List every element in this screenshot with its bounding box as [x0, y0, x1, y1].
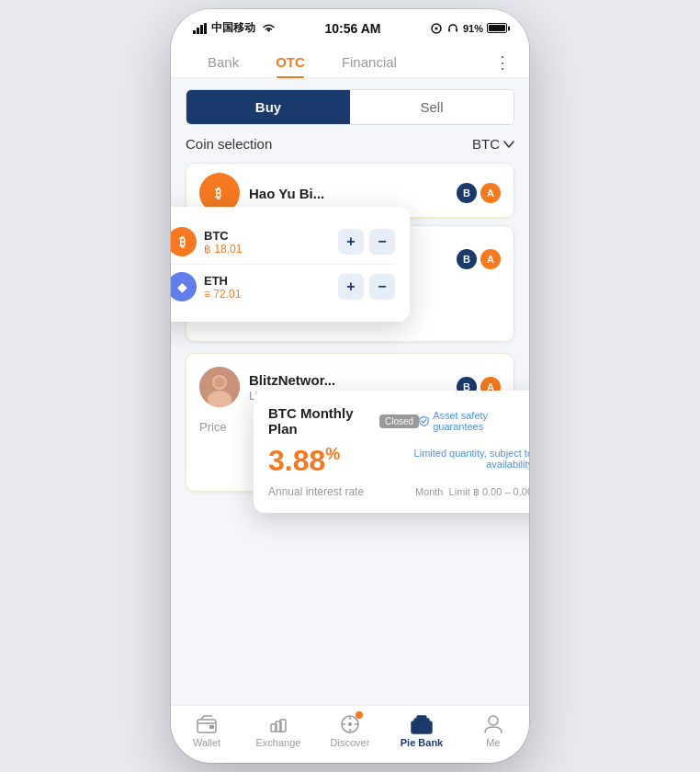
more-menu-icon[interactable]: ⋮ — [494, 52, 511, 73]
wallet-icon — [196, 713, 218, 735]
status-time: 10:56 AM — [325, 21, 381, 36]
eth-plus-button[interactable]: + — [338, 274, 364, 300]
nav-tabs: Bank OTC Financial ⋮ — [171, 40, 529, 78]
coin-popup: ₿ BTC ฿ 18.01 + − ◆ ETH ≡ 72.01 — [171, 207, 410, 322]
nav-discover-label: Discover — [331, 737, 370, 748]
badge-b: B — [457, 183, 477, 203]
tab-financial[interactable]: Financial — [323, 47, 415, 77]
nav-piebank-label: Pie Bank — [401, 737, 443, 748]
btc-plus-button[interactable]: + — [338, 229, 364, 255]
eth-minus-button[interactable]: − — [369, 274, 395, 300]
badge-a: A — [480, 183, 501, 203]
coin-selection[interactable]: Coin selection BTC — [171, 125, 529, 163]
eth-icon: ◆ — [171, 272, 197, 301]
tab-bank[interactable]: Bank — [189, 47, 257, 77]
svg-point-20 — [348, 722, 352, 726]
status-bar: 中国移动 10:56 AM 91% — [171, 9, 529, 40]
svg-rect-6 — [448, 28, 450, 31]
svg-rect-15 — [209, 725, 214, 729]
bottom-nav: Wallet Exchange — [171, 705, 529, 763]
eth-name: ETH — [204, 274, 241, 288]
plan-badge: Closed — [379, 414, 419, 428]
btc-amount: ฿ 18.01 — [204, 243, 242, 255]
eth-row: ◆ ETH ≡ 72.01 + − — [171, 264, 395, 309]
svg-rect-3 — [204, 23, 207, 34]
brightfuture-badge-a: A — [480, 249, 501, 269]
nav-me-label: Me — [486, 737, 500, 748]
svg-rect-7 — [456, 28, 457, 31]
piebank-icon — [411, 713, 433, 735]
svg-point-13 — [214, 377, 225, 388]
shield-icon — [419, 415, 429, 426]
blitz-name: BlitzNetwor... — [249, 372, 457, 388]
discover-icon — [339, 713, 361, 735]
btc-icon: ₿ — [171, 227, 197, 256]
svg-rect-27 — [417, 716, 426, 720]
nav-discover[interactable]: Discover — [322, 713, 378, 748]
coin-selection-label: Coin selection — [186, 136, 272, 152]
svg-rect-2 — [200, 25, 203, 34]
nav-me[interactable]: Me — [466, 713, 521, 748]
svg-point-5 — [435, 27, 437, 29]
sell-button[interactable]: Sell — [350, 90, 514, 124]
nav-exchange[interactable]: Exchange — [251, 713, 306, 748]
bitcoin-icon: ₿ — [208, 181, 231, 205]
battery-percent: 91% — [463, 23, 483, 34]
plan-term: Month — [415, 486, 444, 497]
status-carrier: 中国移动 — [193, 20, 276, 36]
me-icon — [482, 713, 504, 735]
svg-rect-0 — [193, 30, 196, 34]
plan-rate-label: Annual interest rate — [268, 485, 364, 498]
status-right: 91% — [430, 22, 507, 35]
svg-point-31 — [489, 716, 498, 725]
coin-selection-value[interactable]: BTC — [472, 136, 514, 152]
blitz-avatar — [199, 367, 240, 407]
tab-otc[interactable]: OTC — [257, 47, 323, 77]
plan-limit: Limit ฿ 0.00 – 0.00 — [449, 486, 529, 497]
nav-wallet[interactable]: Wallet — [179, 713, 234, 748]
nav-wallet-label: Wallet — [193, 737, 220, 748]
exchange-icon — [267, 713, 289, 735]
battery-icon — [487, 23, 507, 33]
btc-minus-button[interactable]: − — [369, 229, 395, 255]
nav-piebank[interactable]: Pie Bank — [394, 713, 449, 748]
blitz-price-label: Price — [199, 420, 227, 434]
plan-safety: Asset safety guarantees — [419, 410, 529, 432]
chevron-down-icon — [503, 141, 514, 148]
btc-name: BTC — [204, 229, 242, 243]
nav-exchange-label: Exchange — [256, 737, 301, 748]
location-icon — [430, 22, 443, 35]
buy-button[interactable]: Buy — [186, 90, 350, 124]
btc-controls: + − — [338, 229, 395, 255]
eth-amount: ≡ 72.01 — [204, 288, 241, 301]
btc-row: ₿ BTC ฿ 18.01 + − — [171, 220, 395, 264]
svg-text:₿: ₿ — [215, 186, 221, 200]
discover-dot — [356, 711, 363, 719]
buy-sell-toggle: Buy Sell — [186, 89, 514, 125]
carrier-text: 中国移动 — [211, 20, 255, 36]
plan-title: BTC Monthly Plan — [268, 405, 374, 437]
eth-controls: + − — [338, 274, 395, 300]
plan-availability: Limited quantity, subject to availabilit… — [386, 448, 529, 470]
headphone-icon — [446, 22, 459, 35]
main-content: Buy Sell Coin selection BTC — [171, 78, 529, 705]
plan-rate: 3.88% — [268, 444, 340, 477]
brightfuture-badge-b: B — [457, 249, 477, 269]
btc-plan-popup: BTC Monthly Plan Closed Asset safety gua… — [254, 391, 529, 513]
svg-rect-1 — [197, 28, 199, 34]
